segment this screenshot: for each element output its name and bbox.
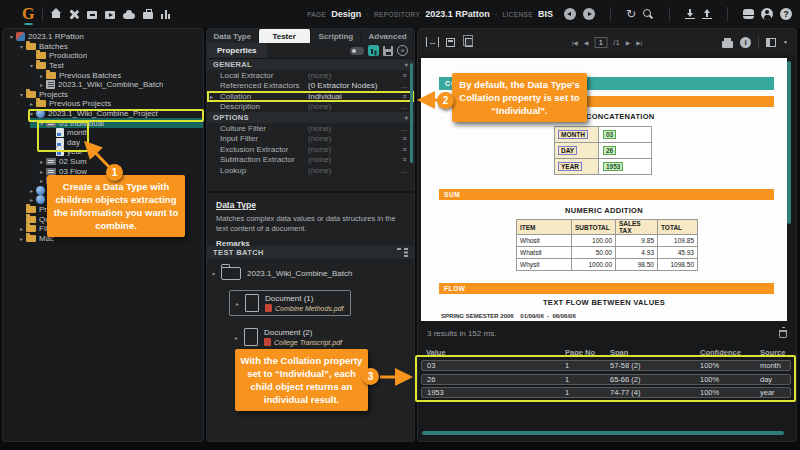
tree-item-batches[interactable]: ▾Batches [3, 42, 203, 52]
briefcase-icon[interactable] [143, 12, 153, 19]
expander-icon[interactable]: ▸ [27, 100, 36, 107]
tree-item-previous-batches[interactable]: ▸Previous Batches [3, 70, 203, 80]
tree-item-test[interactable]: ▾Test [3, 61, 203, 71]
next-page-icon[interactable]: ▶ [626, 39, 631, 46]
tree-item-2023-1-wiki-combine-batch[interactable]: ▸2023.1_Wiki_Combine_Batch [3, 80, 203, 90]
save-icon[interactable] [383, 46, 393, 56]
test-batch-root[interactable]: ▾ 2023.1_Wiki_Combine_Batch [212, 267, 352, 280]
expander-icon[interactable]: ▸ [235, 334, 238, 341]
document-vertical-scrollbar[interactable] [787, 61, 791, 224]
test-batch-document-1[interactable]: ▸ Document (1) Combine Methods.pdf [229, 290, 351, 316]
expander-icon[interactable]: ▸ [37, 158, 46, 165]
tree-item-production[interactable]: Production [3, 51, 203, 61]
close-icon[interactable]: × [397, 45, 408, 56]
last-page-icon[interactable]: ▶| [636, 39, 642, 46]
ellipsis-button[interactable]: … [399, 125, 410, 132]
tab-data-type[interactable]: Data Type [207, 29, 258, 43]
property-row-subtraction-extractor[interactable]: Subtraction Extractor(none)≡ [207, 155, 414, 166]
tab-tester[interactable]: Tester [259, 29, 310, 43]
previous-page-icon[interactable]: ◀ [584, 39, 589, 46]
results-column-confidence[interactable]: Confidence [694, 348, 754, 357]
property-row-lookup[interactable]: Lookup(none)… [207, 165, 414, 176]
fit-width-icon[interactable]: ↔ [426, 37, 439, 47]
section-header-options[interactable]: OPTIONS▾ [207, 112, 414, 123]
database-icon[interactable] [743, 9, 754, 19]
properties-tab[interactable]: Properties [207, 43, 267, 58]
expander-icon[interactable]: ▸ [37, 81, 46, 88]
thumbnails-icon[interactable] [446, 38, 455, 47]
ellipsis-button[interactable]: … [399, 82, 410, 89]
download-icon[interactable] [685, 9, 695, 19]
tab-advanced[interactable]: Advanced [362, 29, 413, 43]
result-row-day[interactable]: 26165-66 (2)100%day [421, 374, 791, 385]
first-page-icon[interactable]: |◀ [572, 39, 578, 46]
expander-icon[interactable]: ▾ [37, 120, 46, 127]
expander-icon[interactable]: ▸ [37, 177, 46, 184]
results-column-value[interactable]: Value [420, 348, 559, 357]
results-column-source[interactable]: Source [754, 348, 794, 357]
expander-icon[interactable]: ▾ [7, 33, 16, 40]
property-value[interactable]: (none) [308, 134, 399, 143]
expander-icon[interactable]: ▸ [27, 196, 36, 203]
diagnostics-icon[interactable] [368, 45, 379, 56]
document-horizontal-scrollbar[interactable] [422, 431, 784, 435]
property-value[interactable]: (none) [308, 71, 399, 80]
home-icon[interactable] [51, 9, 60, 19]
back-button[interactable] [564, 8, 576, 20]
expander-icon[interactable]: ▾ [17, 91, 26, 98]
results-column-span[interactable]: Span [604, 348, 694, 357]
tree-item-previous-projects[interactable]: ▸Previous Projects [3, 99, 203, 109]
license-value[interactable]: BIS [538, 9, 553, 19]
page-number-input[interactable]: 1 [594, 37, 607, 48]
expander-icon[interactable]: ▾ [17, 43, 26, 50]
menu-button[interactable]: ≡ [399, 93, 410, 100]
property-row-culture-filter[interactable]: Culture Filter(none)… [207, 123, 414, 134]
ellipsis-button[interactable]: … [399, 103, 410, 110]
trash-icon[interactable] [779, 330, 787, 338]
results-column-page-no[interactable]: Page No [559, 348, 604, 357]
stats-chart-icon[interactable] [161, 9, 171, 19]
property-row-collation[interactable]: ▸CollationIndividual≡ [207, 91, 414, 102]
property-value[interactable]: (none) [308, 124, 399, 133]
design-tools-icon[interactable] [68, 9, 79, 20]
refresh-icon[interactable]: ↻ [626, 9, 636, 19]
repository-value[interactable]: 2023.1 RPatton [425, 9, 490, 19]
chevron-down-icon[interactable]: ▾ [405, 114, 408, 121]
chevron-down-icon[interactable]: ▾ [405, 61, 408, 68]
expander-icon[interactable]: ▸ [37, 168, 46, 175]
result-row-month[interactable]: 03157-58 (2)100%month [421, 360, 791, 371]
batch-tree-icon[interactable] [397, 248, 408, 258]
menu-button[interactable]: ≡ [399, 156, 410, 163]
menu-button[interactable]: ≡ [399, 135, 410, 142]
property-value[interactable]: (none) [308, 166, 399, 175]
expander-icon[interactable]: ▸ [236, 300, 239, 307]
menu-button[interactable]: ≡ [399, 72, 410, 79]
tree-item-01-individual[interactable]: ▾01 Individual [3, 118, 203, 128]
tree-item-projects[interactable]: ▾Projects [3, 90, 203, 100]
property-value[interactable]: (none) [308, 102, 399, 111]
result-row-year[interactable]: 1953174-77 (4)100%year [421, 387, 791, 398]
forward-button[interactable] [583, 8, 595, 20]
archive-box-icon[interactable] [87, 11, 97, 19]
property-row-exclusion-extractor[interactable]: Exclusion Extractor(none)≡ [207, 144, 414, 155]
help-icon[interactable]: ? [780, 8, 792, 20]
section-header-general[interactable]: GENERAL▾ [207, 59, 414, 70]
property-value[interactable]: (0 Extractor Nodes) [308, 81, 399, 90]
ellipsis-button[interactable]: … [399, 167, 410, 174]
property-row-description[interactable]: Description(none)… [207, 102, 414, 113]
expander-icon[interactable]: ▾ [27, 110, 36, 117]
tab-scripting[interactable]: Scripting [311, 29, 362, 43]
cloud-icon[interactable] [123, 13, 135, 19]
tree-item-day[interactable]: day [3, 138, 203, 148]
search-icon[interactable] [643, 9, 654, 20]
expander-icon[interactable]: ▾ [212, 270, 215, 277]
menu-button[interactable]: ≡ [399, 146, 410, 153]
chevron-down-icon[interactable]: ▼ [783, 39, 788, 45]
tree-item-02-sum[interactable]: ▸02 Sum [3, 157, 203, 167]
expander-icon[interactable]: ▾ [27, 62, 36, 69]
properties-scrollbar[interactable] [410, 63, 414, 163]
tree-item-year[interactable]: year [3, 147, 203, 157]
expander-icon[interactable]: ▸ [27, 187, 36, 194]
tree-item-month[interactable]: month [3, 128, 203, 138]
property-value[interactable]: (none) [308, 155, 399, 164]
